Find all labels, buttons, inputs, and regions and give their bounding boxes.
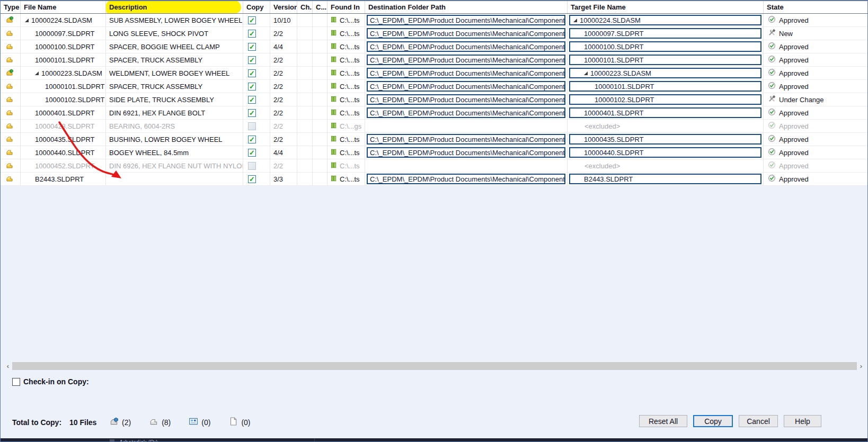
column-header-type[interactable]: Type (1, 1, 21, 13)
table-row[interactable]: 10000401.SLDPRTDIN 6921, HEX FLANGE BOLT… (1, 106, 868, 120)
horizontal-scrollbar[interactable]: ‹ › (4, 362, 865, 370)
copy-checkbox[interactable]: ✓ (248, 175, 256, 183)
table-row[interactable]: 10000452.SLDPRTDIN 6926, HEX FLANGE NUT … (1, 159, 868, 173)
destination-cell: C:\_EPDM\_EPDM\Product Documents\Mechani… (365, 93, 568, 106)
target-file-name-box[interactable]: 10000224.SLDASM (569, 15, 761, 25)
column-header-description[interactable]: Description (106, 1, 243, 13)
column-header-file-name[interactable]: File Name (21, 1, 106, 13)
taskbar-separator (314, 438, 315, 442)
target-file-name-box[interactable]: 10000440.SLDPRT (569, 147, 761, 158)
table-row[interactable]: 10000097.SLDPRTLONG SLEEVE, SHOCK PIVOT✓… (1, 27, 868, 40)
copy-cell: ✓ (243, 27, 270, 40)
destination-folder-path-box[interactable]: C:\_EPDM\_EPDM\Product Documents\Mechani… (367, 28, 565, 39)
version-value: 2/2 (273, 69, 283, 77)
target-file-name-box[interactable]: 10000101.SLDPRT (569, 55, 761, 65)
copy-button[interactable]: Copy (693, 415, 733, 427)
copy-checkbox[interactable]: ✓ (248, 149, 256, 157)
version-cell: 2/2 (270, 133, 297, 146)
destination-folder-path-box[interactable]: C:\_EPDM\_EPDM\Product Documents\Mechani… (367, 81, 565, 92)
table-row[interactable]: 10000440.SLDPRTBOGEY WHEEL, 84.5mm✓4/4C:… (1, 146, 868, 159)
check-in-on-copy-checkbox[interactable]: Check-in on Copy: (12, 377, 89, 386)
approved-state-icon (768, 121, 776, 131)
copy-checkbox[interactable]: ✓ (248, 56, 256, 64)
table-row[interactable]: 10000100.SLDPRTSPACER, BOGGIE WHEEL CLAM… (1, 40, 868, 53)
target-cell: 10000100.SLDPRT (568, 40, 764, 53)
table-row[interactable]: 10000224.SLDASMSUB ASSMEBLY, LOWER BOGEY… (1, 14, 868, 27)
destination-folder-path-box[interactable]: C:\_EPDM\_EPDM\Product Documents\Mechani… (367, 107, 565, 118)
column-header-state[interactable]: State (764, 1, 868, 13)
description-cell: BUSHING, LOWER BOGEY WHEEL (106, 133, 243, 146)
tree-expanded-icon[interactable] (25, 19, 29, 22)
destination-cell: C:\_EPDM\_EPDM\Product Documents\Mechani… (365, 53, 568, 66)
tree-expanded-icon[interactable] (584, 71, 588, 75)
copy-checkbox[interactable]: ✓ (248, 96, 256, 104)
reset-all-button[interactable]: Reset All (639, 415, 687, 427)
target-file-name-box[interactable]: 10000097.SLDPRT (569, 28, 761, 39)
target-file-name-box[interactable]: 10000101.SLDPRT (569, 81, 761, 92)
target-file-name-box[interactable]: 10000435.SLDPRT (569, 134, 761, 145)
target-cell: 10000101.SLDPRT (568, 53, 764, 66)
description-cell: DIN 6921, HEX FLANGE BOLT (106, 106, 243, 119)
destination-folder-path-box[interactable]: C:\_EPDM\_EPDM\Product Documents\Mechani… (367, 55, 565, 65)
checked-out-in-cell (313, 173, 327, 185)
copy-checkbox[interactable]: ✓ (248, 30, 256, 38)
checked-out-cell (297, 159, 313, 172)
copy-checkbox[interactable]: ✓ (248, 83, 256, 91)
copy-checkbox[interactable]: ✓ (248, 43, 256, 51)
column-header-label: Ch... (300, 3, 313, 11)
found-in-cell: C:\...ts (327, 146, 365, 159)
copy-checkbox[interactable]: ✓ (248, 16, 256, 24)
cancel-button[interactable]: Cancel (739, 415, 778, 427)
column-header-copy[interactable]: Copy (243, 1, 270, 13)
column-header-ch[interactable]: Ch... (297, 1, 313, 13)
target-file-name-box[interactable]: B2443.SLDPRT (569, 174, 761, 184)
scroll-right-arrow[interactable]: › (857, 362, 865, 370)
column-header-target-file-name[interactable]: Target File Name (568, 1, 764, 13)
column-header-destination-folder-path[interactable]: Destination Folder Path (365, 1, 568, 13)
destination-folder-path-box[interactable]: C:\_EPDM\_EPDM\Product Documents\Mechani… (367, 147, 565, 158)
table-header-row: TypeFile NameDescriptionCopyVersionCh...… (1, 1, 868, 14)
target-file-name-box[interactable]: 10000401.SLDPRT (569, 107, 761, 118)
destination-folder-path-box[interactable]: C:\_EPDM\_EPDM\Product Documents\Mechani… (367, 15, 565, 25)
destination-folder-path-box[interactable]: C:\_EPDM\_EPDM\Product Documents\Mechani… (367, 94, 565, 105)
target-file-name: 10000100.SLDPRT (584, 43, 644, 51)
destination-folder-path-box[interactable]: C:\_EPDM\_EPDM\Product Documents\Mechani… (367, 174, 565, 184)
copy-cell (243, 120, 270, 132)
help-button[interactable]: Help (784, 415, 821, 427)
destination-folder-path-box[interactable]: C:\_EPDM\_EPDM\Product Documents\Mechani… (367, 134, 565, 145)
table-row[interactable]: 10000102.SLDPRTSIDE PLATE, TRUCK ASSEMBL… (1, 93, 868, 106)
tree-expanded-icon[interactable] (573, 19, 577, 22)
destination-folder-path-box[interactable]: C:\_EPDM\_EPDM\Product Documents\Mechani… (367, 68, 565, 78)
column-header-found-in[interactable]: Found In (327, 1, 365, 13)
target-cell: B2443.SLDPRT (568, 173, 764, 185)
state-cell: Approved (764, 106, 868, 119)
table-row[interactable]: 10000435.SLDPRTBUSHING, LOWER BOGEY WHEE… (1, 133, 868, 146)
copy-checkbox[interactable]: ✓ (248, 136, 256, 143)
part-icon (5, 108, 14, 118)
target-file-name-box[interactable]: 10000100.SLDPRT (569, 41, 761, 52)
target-file-name-box[interactable]: 10000102.SLDPRT (569, 94, 761, 105)
scrollbar-track[interactable] (12, 362, 857, 370)
target-file-name: 10000440.SLDPRT (584, 149, 644, 157)
table-row[interactable]: B2443.SLDPRT✓3/3C:\...tsC:\_EPDM\_EPDM\P… (1, 173, 868, 186)
description: BEARING, 6004-2RS (109, 122, 175, 130)
file-name: 10000101.SLDPRT (45, 83, 105, 91)
copy-checkbox[interactable]: ✓ (248, 109, 256, 117)
copy-checkbox[interactable]: ✓ (248, 69, 256, 77)
table-row[interactable]: 10000428.SLDPRTBEARING, 6004-2RS2/2C:\..… (1, 120, 868, 133)
tree-expanded-icon[interactable] (35, 71, 39, 75)
table-row[interactable]: 10000223.SLDASMWELDMENT, LOWER BOGEY WHE… (1, 67, 868, 80)
scroll-left-arrow[interactable]: ‹ (4, 362, 12, 370)
destination-folder-path-box[interactable]: C:\_EPDM\_EPDM\Product Documents\Mechani… (367, 41, 565, 52)
state-cell: Under Change (764, 93, 868, 106)
found-in-path: C:\...ts (340, 43, 360, 51)
file-tree-table: TypeFile NameDescriptionCopyVersionCh...… (1, 1, 868, 185)
state-cell: Approved (764, 173, 868, 185)
vault-folder-icon (330, 175, 338, 184)
table-row[interactable]: 10000101.SLDPRTSPACER, TRUCK ASSEMBLY✓2/… (1, 53, 868, 67)
column-header-c[interactable]: C... (313, 1, 327, 13)
column-header-version[interactable]: Version (270, 1, 297, 13)
target-file-name-box[interactable]: 10000223.SLDASM (569, 68, 761, 78)
target-cell: 10000224.SLDASM (568, 14, 764, 26)
table-row[interactable]: 10000101.SLDPRTSPACER, TRUCK ASSEMBLY✓2/… (1, 80, 868, 93)
